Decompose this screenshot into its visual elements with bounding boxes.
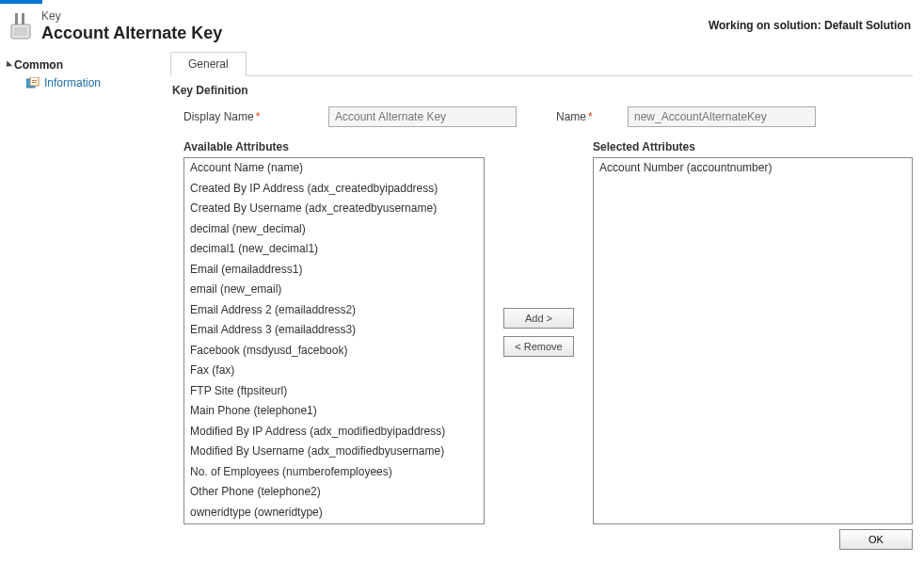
list-item[interactable]: Email Address 2 (emailaddress2) [184,300,484,321]
list-item[interactable]: Email (emailaddress1) [184,260,484,281]
list-item[interactable]: owneridtype (owneridtype) [184,503,484,523]
list-item[interactable]: email (new_email) [184,280,484,300]
list-item[interactable]: decimal1 (new_decimal1) [184,239,484,260]
list-item[interactable]: Account Number (accountnumber) [594,158,912,179]
sidebar-group-common[interactable]: Common [6,56,168,73]
key-icon [9,13,32,40]
svg-rect-0 [15,13,18,24]
sidebar-item-information[interactable]: Information [6,73,168,92]
svg-rect-6 [32,80,37,81]
list-item[interactable]: Modified By IP Address (adx_modifiedbyip… [184,422,484,442]
available-attributes-listbox[interactable]: Account Name (name)Created By IP Address… [183,157,485,524]
tab-strip: General [170,51,913,76]
name-field[interactable] [628,106,816,127]
collapse-icon [4,60,12,69]
list-item[interactable]: Created By Username (adx_createdbyuserna… [184,199,484,219]
sidebar: Common Information [0,51,168,557]
page-title: Account Alternate Key [41,23,222,43]
ok-button[interactable]: OK [839,529,913,550]
form-row-display-name: Display Name* Name* [183,106,913,127]
list-item[interactable]: Other Phone (telephone2) [184,482,484,503]
list-item[interactable]: Facebook (msdyusd_facebook) [184,341,484,362]
list-item[interactable]: Modified By Username (adx_modifiedbyuser… [184,442,484,462]
available-attributes-label: Available Attributes [183,140,485,153]
list-item[interactable]: Created By IP Address (adx_createdbyipad… [184,179,484,200]
tab-general[interactable]: General [170,52,247,76]
list-item[interactable]: Account Name (name) [184,158,484,179]
list-item[interactable]: No. of Employees (numberofemployees) [184,462,484,483]
display-name-field[interactable] [328,106,517,127]
page-subtitle: Key [41,9,222,23]
info-icon [26,77,40,88]
sidebar-item-label: Information [44,76,101,89]
selected-attributes-listbox[interactable]: Account Number (accountnumber) [593,157,913,524]
list-item[interactable]: Email Address 3 (emailaddress3) [184,320,484,341]
section-heading: Key Definition [172,84,913,97]
list-item[interactable]: decimal (new_decimal) [184,219,484,240]
svg-rect-5 [30,77,39,86]
content-area: General Key Definition Display Name* Nam… [168,51,924,557]
list-item[interactable]: Shares Outstanding (sharesoutstanding) [184,523,484,524]
svg-rect-7 [32,82,37,83]
svg-rect-3 [14,27,27,36]
add-button[interactable]: Add > [503,308,574,329]
remove-button[interactable]: < Remove [503,336,574,357]
display-name-label: Display Name* [183,110,323,123]
page-header: Key Account Alternate Key Working on sol… [0,4,924,51]
list-item[interactable]: Fax (fax) [184,361,484,381]
svg-rect-1 [22,13,24,24]
solution-context: Working on solution: Default Solution [709,19,911,32]
name-label: Name* [556,110,622,123]
list-item[interactable]: FTP Site (ftpsiteurl) [184,381,484,402]
list-item[interactable]: Main Phone (telephone1) [184,401,484,422]
selected-attributes-label: Selected Attributes [593,140,913,153]
